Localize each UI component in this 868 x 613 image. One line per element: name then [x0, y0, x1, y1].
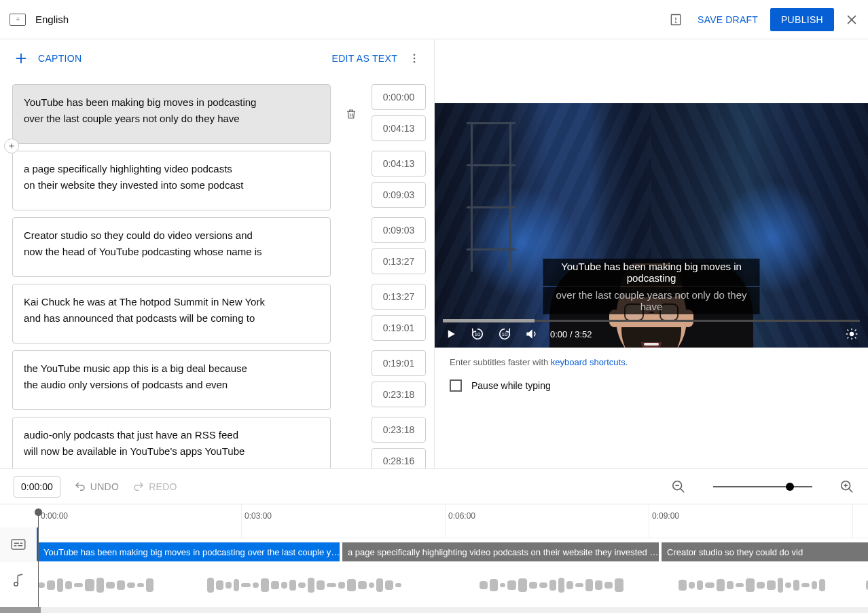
- caption-end-time[interactable]: 0:04:13: [372, 115, 426, 141]
- audio-track-icon[interactable]: [0, 564, 38, 597]
- caption-row-actions: [342, 350, 361, 410]
- caption-start-time[interactable]: 0:09:03: [372, 217, 426, 243]
- svg-point-27: [14, 582, 18, 586]
- close-icon[interactable]: [845, 13, 858, 26]
- captions-track-icon[interactable]: [0, 527, 38, 561]
- caption-segment[interactable]: YouTube has been making big moves in pod…: [38, 542, 340, 561]
- ruler-tick: 0:09:00: [649, 504, 853, 538]
- zoom-in-icon[interactable]: [839, 479, 854, 494]
- main-area: CAPTION EDIT AS TEXT YouTube has been ma…: [0, 39, 868, 468]
- edit-as-text-button[interactable]: EDIT AS TEXT: [332, 53, 397, 64]
- caption-start-time[interactable]: 0:00:00: [372, 84, 426, 110]
- svg-line-16: [681, 488, 685, 492]
- caption-button[interactable]: CAPTION: [38, 53, 82, 64]
- ruler-tick: 0:00:00: [38, 504, 242, 538]
- caption-start-time[interactable]: 0:13:27: [372, 284, 426, 310]
- svg-line-29: [18, 574, 22, 576]
- caption-row-actions: [342, 84, 361, 144]
- video-controls: 10 10 0:00 / 3:52: [435, 320, 868, 348]
- timeline-time-input[interactable]: 0:00:00: [14, 476, 60, 498]
- svg-point-9: [414, 61, 416, 63]
- zoom-slider[interactable]: [713, 486, 812, 487]
- caption-segment[interactable]: a page specifically highlighting video p…: [342, 542, 659, 561]
- caption-text-input[interactable]: Creator studio so they could do video ve…: [12, 217, 331, 277]
- caption-overlay: YouTube has been making big moves in pod…: [543, 258, 760, 315]
- captions-list[interactable]: YouTube has been making big moves in pod…: [0, 77, 434, 468]
- rewind-10-icon[interactable]: 10: [470, 327, 485, 341]
- save-draft-button[interactable]: SAVE DRAFT: [698, 14, 758, 25]
- caption-row: Creator studio so they could do video ve…: [12, 217, 426, 277]
- timeline-body: 0:00:000:03:000:06:000:09:000:11:04 YouT…: [0, 504, 868, 607]
- timeline-scrollbar[interactable]: [0, 607, 868, 613]
- volume-icon[interactable]: [524, 327, 538, 341]
- caption-end-time[interactable]: 0:13:27: [372, 248, 426, 274]
- feedback-icon[interactable]: [669, 13, 683, 26]
- header: ≡ English SAVE DRAFT PUBLISH: [0, 0, 868, 39]
- play-icon[interactable]: [444, 327, 458, 341]
- video-player[interactable]: YouTube has been making big moves in pod…: [435, 103, 868, 348]
- delete-caption-icon[interactable]: [345, 108, 357, 120]
- timeline-panel: 0:00:00 UNDO REDO 0:00:000:03:000:06:000…: [0, 468, 868, 613]
- timeline-tracks[interactable]: 0:00:000:03:000:06:000:09:000:11:04 YouT…: [38, 504, 868, 607]
- captions-track[interactable]: YouTube has been making big moves in pod…: [38, 538, 868, 563]
- caption-time-column: 0:09:030:13:27: [372, 217, 426, 277]
- redo-button[interactable]: REDO: [132, 481, 177, 493]
- caption-start-time[interactable]: 0:23:18: [372, 417, 426, 443]
- caption-text-input[interactable]: Kai Chuck he was at The hotpod Summit in…: [12, 284, 331, 343]
- subtitle-editor-icon: ≡: [10, 14, 26, 26]
- svg-rect-22: [12, 539, 25, 549]
- caption-row-actions: [342, 417, 361, 468]
- caption-row: Kai Chuck he was at The hotpod Summit in…: [12, 284, 426, 343]
- timeline-ruler[interactable]: 0:00:000:03:000:06:000:09:000:11:04: [38, 504, 868, 538]
- preview-panel: YouTube has been making big moves in pod…: [435, 39, 868, 468]
- caption-text-input[interactable]: the YouTube music app this is a big deal…: [12, 350, 331, 410]
- svg-line-19: [849, 488, 853, 492]
- undo-button[interactable]: UNDO: [74, 481, 119, 493]
- svg-point-8: [414, 58, 416, 60]
- caption-start-time[interactable]: 0:04:13: [372, 151, 426, 177]
- caption-row-actions: [342, 284, 361, 343]
- pause-while-typing-checkbox[interactable]: [450, 379, 462, 392]
- svg-point-14: [850, 333, 854, 336]
- caption-text-input[interactable]: audio-only podcasts that just have an RS…: [12, 417, 331, 468]
- caption-text-input[interactable]: a page specifically highlighting video p…: [12, 151, 331, 210]
- caption-end-time[interactable]: 0:09:03: [372, 182, 426, 208]
- caption-row: a page specifically highlighting video p…: [12, 151, 426, 210]
- settings-icon[interactable]: [845, 327, 858, 341]
- caption-overlay-line1: YouTube has been making big moves in pod…: [543, 259, 760, 286]
- language-label: English: [35, 14, 69, 25]
- caption-time-column: 0:04:130:09:03: [372, 151, 426, 210]
- forward-10-icon[interactable]: 10: [497, 327, 512, 341]
- shortcuts-hint: Enter subtitles faster with keyboard sho…: [435, 348, 868, 367]
- playhead[interactable]: [38, 511, 39, 607]
- caption-row: the YouTube music app this is a big deal…: [12, 350, 426, 410]
- timeline-track-icons: [0, 504, 38, 607]
- more-options-icon[interactable]: [408, 52, 420, 64]
- caption-time-column: 0:19:010:23:18: [372, 350, 426, 410]
- caption-time-column: 0:00:000:04:13: [372, 84, 426, 144]
- svg-point-2: [676, 22, 676, 22]
- ruler-tick: 0:06:00: [446, 504, 649, 538]
- timeline-toolbar: 0:00:00 UNDO REDO: [0, 469, 868, 504]
- caption-end-time[interactable]: 0:23:18: [372, 382, 426, 407]
- svg-point-7: [414, 54, 416, 56]
- caption-text-input[interactable]: YouTube has been making big moves in pod…: [12, 84, 331, 144]
- caption-time-column: 0:23:180:28:16: [372, 417, 426, 468]
- captions-panel: CAPTION EDIT AS TEXT YouTube has been ma…: [0, 39, 435, 468]
- caption-end-time[interactable]: 0:19:01: [372, 315, 426, 341]
- add-caption-icon[interactable]: [14, 51, 29, 66]
- caption-time-column: 0:13:270:19:01: [372, 284, 426, 343]
- caption-row-actions: [342, 217, 361, 277]
- caption-overlay-line2: over the last couple years not only do t…: [543, 287, 760, 314]
- captions-toolbar: CAPTION EDIT AS TEXT: [0, 39, 434, 77]
- audio-waveform[interactable]: [38, 563, 868, 603]
- caption-row-actions: [342, 151, 361, 210]
- insert-caption-icon[interactable]: [4, 138, 19, 153]
- caption-row: YouTube has been making big moves in pod…: [12, 84, 426, 144]
- publish-button[interactable]: PUBLISH: [770, 8, 834, 31]
- keyboard-shortcuts-link[interactable]: keyboard shortcuts: [551, 357, 626, 367]
- caption-end-time[interactable]: 0:28:16: [372, 448, 426, 468]
- caption-segment[interactable]: Creator studio so they could do vid: [662, 542, 868, 561]
- caption-start-time[interactable]: 0:19:01: [372, 350, 426, 376]
- zoom-out-icon[interactable]: [671, 479, 686, 494]
